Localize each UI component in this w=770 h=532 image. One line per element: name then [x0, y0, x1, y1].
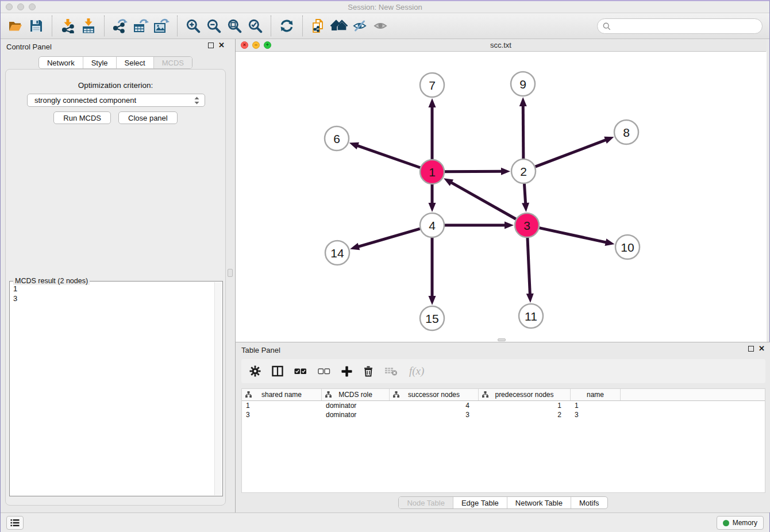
edge-3-10[interactable]	[539, 228, 606, 242]
cell-predecessor-nodes[interactable]: 1	[479, 401, 571, 410]
search-field[interactable]	[597, 18, 763, 34]
cell-shared-name[interactable]: 3	[242, 410, 322, 419]
eye-slash-icon	[352, 19, 367, 33]
zoom-in-icon	[186, 18, 201, 33]
tab-edge-table[interactable]: Edge Table	[453, 497, 507, 508]
edge-arrowhead	[350, 243, 360, 250]
cell-shared-name[interactable]: 1	[242, 401, 322, 410]
mcds-panel: Optimization criterion: strongly connect…	[5, 69, 226, 506]
select-all-icon	[294, 367, 307, 375]
cell-MCDS-role[interactable]: dominator	[322, 410, 390, 419]
vertical-splitter-grip[interactable]	[228, 269, 233, 277]
tab-mcds[interactable]: MCDS	[153, 57, 192, 68]
show-all-button[interactable]	[370, 15, 391, 37]
cell-MCDS-role[interactable]: dominator	[322, 401, 390, 410]
trash-icon	[363, 365, 374, 377]
edge-2-3[interactable]	[524, 184, 525, 204]
first-neighbors-button[interactable]	[329, 15, 349, 37]
network-graph[interactable]: 7968124314101511	[236, 52, 767, 342]
add-column-button[interactable]	[341, 366, 352, 377]
close-panel-icon[interactable]: ✕	[759, 346, 765, 352]
select-all-columns-button[interactable]	[294, 367, 307, 375]
node-label-10: 10	[621, 241, 634, 254]
edge-1-2[interactable]	[445, 171, 502, 172]
cell-successor-nodes[interactable]: 3	[390, 410, 479, 419]
close-panel-button[interactable]: Close panel	[118, 111, 178, 124]
cell-name[interactable]: 1	[571, 401, 621, 410]
edge-1-6[interactable]	[357, 145, 420, 168]
edge-arrowhead	[429, 296, 436, 305]
network-canvas[interactable]: 7968124314101511	[236, 52, 767, 342]
hide-selected-button[interactable]	[349, 15, 370, 37]
edge-arrowhead	[522, 203, 529, 212]
import-network-icon	[60, 18, 75, 33]
deselect-all-columns-button[interactable]	[318, 367, 330, 375]
node-table[interactable]: shared nameMCDS rolesuccessor nodesprede…	[241, 388, 765, 493]
split-view-button[interactable]	[272, 365, 283, 377]
result-scrollbar[interactable]	[214, 282, 222, 495]
delete-table-button[interactable]	[384, 366, 398, 376]
control-panel-header: Control Panel ✕	[1, 39, 230, 54]
export-image-button[interactable]	[151, 15, 172, 37]
tab-style[interactable]: Style	[83, 57, 116, 68]
cell-name[interactable]: 3	[571, 410, 621, 419]
horizontal-splitter-grip[interactable]	[498, 338, 506, 341]
search-input[interactable]	[611, 22, 762, 30]
table-row[interactable]: 3dominator323	[242, 410, 765, 419]
export-network-button[interactable]	[110, 15, 130, 37]
save-session-button[interactable]	[26, 15, 47, 37]
edge-3-1[interactable]	[451, 182, 516, 219]
memory-button[interactable]: Memory	[717, 516, 764, 530]
search-icon	[603, 22, 611, 30]
tab-select[interactable]: Select	[116, 57, 153, 68]
export-image-icon	[153, 18, 170, 33]
node-label-3: 3	[523, 219, 530, 232]
column-header-MCDS-role[interactable]: MCDS role	[322, 389, 390, 400]
control-panel-tabs: NetworkStyleSelectMCDS	[38, 56, 192, 69]
tab-motifs[interactable]: Motifs	[571, 497, 607, 508]
float-panel-icon[interactable]	[748, 346, 754, 352]
open-folder-icon	[8, 18, 23, 33]
table-row[interactable]: 1dominator411	[242, 401, 765, 410]
tab-node-table[interactable]: Node Table	[399, 497, 453, 508]
refresh-icon	[279, 18, 294, 33]
edge-2-8[interactable]	[536, 140, 607, 167]
close-panel-icon[interactable]: ✕	[218, 43, 225, 48]
run-mcds-button[interactable]: Run MCDS	[53, 111, 111, 124]
zoom-out-button[interactable]	[203, 15, 224, 37]
control-panel: Control Panel ✕ NetworkStyleSelectMCDS O…	[1, 39, 230, 512]
node-label-9: 9	[519, 78, 526, 91]
float-panel-icon[interactable]	[208, 43, 214, 48]
table-settings-button[interactable]	[249, 365, 261, 377]
cell-predecessor-nodes[interactable]: 2	[479, 410, 571, 419]
delete-column-button[interactable]	[363, 365, 374, 377]
optimization-criterion-select[interactable]: strongly connected component	[27, 94, 205, 107]
edge-2-9[interactable]	[523, 105, 523, 159]
zoom-selected-button[interactable]	[245, 15, 265, 37]
status-bar: Memory	[1, 512, 769, 532]
memory-label: Memory	[733, 519, 757, 527]
column-header-predecessor-nodes[interactable]: predecessor nodes	[479, 389, 571, 400]
show-panels-button[interactable]	[6, 516, 24, 530]
import-network-button[interactable]	[57, 15, 78, 37]
apply-function-button[interactable]: f(x)	[409, 365, 424, 377]
column-header-shared-name[interactable]: shared name	[242, 389, 322, 400]
clone-network-button[interactable]	[308, 15, 329, 37]
cell-successor-nodes[interactable]: 4	[390, 401, 479, 410]
tab-network-table[interactable]: Network Table	[507, 497, 571, 508]
open-session-button[interactable]	[5, 15, 26, 37]
zoom-fit-button[interactable]	[224, 15, 245, 37]
edge-3-11[interactable]	[528, 238, 530, 295]
tab-network[interactable]: Network	[39, 57, 83, 68]
export-table-button[interactable]	[130, 15, 151, 37]
column-header-name[interactable]: name	[571, 389, 621, 400]
import-table-button[interactable]	[78, 15, 99, 37]
edge-arrowhead	[605, 238, 615, 246]
edge-4-14[interactable]	[358, 229, 420, 247]
memory-status-icon	[723, 520, 729, 526]
column-header-successor-nodes[interactable]: successor nodes	[390, 389, 479, 400]
edge-arrowhead	[429, 203, 436, 212]
zoom-in-button[interactable]	[183, 15, 203, 37]
refresh-view-button[interactable]	[276, 15, 297, 37]
table-body: 1dominator4113dominator323	[242, 401, 765, 419]
